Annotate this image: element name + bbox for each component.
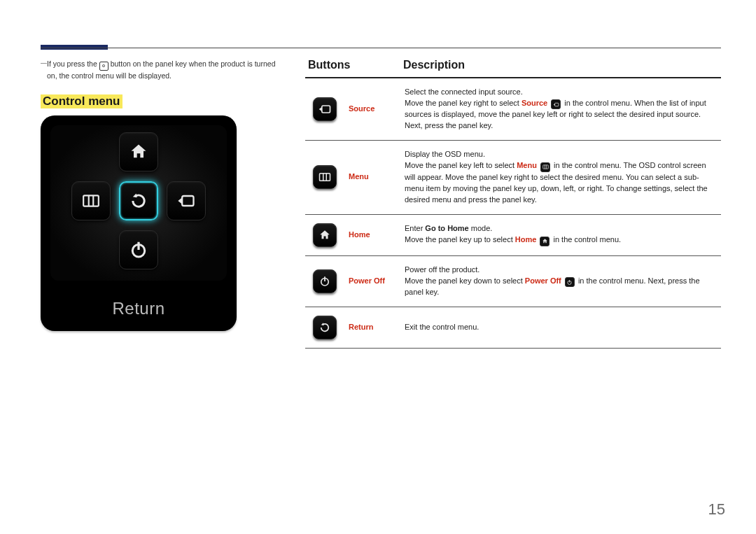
menu-grid-icon	[82, 192, 100, 210]
source-desc-1: Select the connected input source.	[405, 87, 717, 98]
power-icon	[318, 275, 331, 288]
return-label: Return	[349, 323, 373, 331]
source-button-icon	[313, 97, 337, 121]
poweroff-desc-1: Power off the product.	[405, 265, 717, 276]
svg-rect-2	[83, 195, 99, 206]
page-number: 15	[708, 500, 725, 519]
panel-power-button[interactable]	[119, 230, 158, 269]
return-icon	[318, 321, 331, 334]
panel-return-label: Return	[41, 299, 237, 318]
menu-button-icon	[313, 165, 337, 189]
row-home: Home Enter Go to Home mode. Move the pan…	[305, 214, 721, 255]
menu-grid-icon	[318, 171, 331, 183]
home-icon	[129, 142, 148, 162]
poweroff-label: Power Off	[349, 276, 385, 285]
power-icon	[565, 277, 575, 287]
home-icon	[540, 237, 550, 246]
home-desc-2: Move the panel key up to select Home in …	[405, 234, 717, 246]
svg-rect-5	[182, 196, 193, 206]
left-column: If you press the button on the panel key…	[41, 59, 305, 349]
header-rule	[41, 48, 721, 48]
section-title: Control menu	[41, 94, 122, 108]
home-icon	[318, 229, 331, 241]
th-description: Description	[400, 59, 721, 78]
svg-rect-13	[542, 165, 548, 169]
svg-rect-10	[320, 174, 330, 181]
svg-rect-8	[322, 106, 330, 113]
source-icon	[551, 99, 561, 109]
return-button-icon	[313, 316, 337, 339]
control-menu-inner	[50, 125, 227, 281]
power-icon	[128, 239, 149, 260]
menu-grid-icon	[540, 162, 550, 172]
panel-source-button[interactable]	[167, 181, 206, 220]
buttons-table: Buttons Description Source Select the co…	[305, 59, 721, 349]
source-icon	[176, 191, 196, 211]
intro-note: If you press the button on the panel key…	[41, 59, 284, 80]
panel-menu-button[interactable]	[71, 181, 111, 220]
panel-key-icon	[99, 62, 108, 71]
poweroff-button-icon	[313, 269, 337, 293]
row-menu: Menu Display the OSD menu. Move the pane…	[305, 141, 721, 214]
menu-desc-2: Move the panel key left to select Menu i…	[405, 160, 717, 205]
control-menu-panel: Return	[41, 115, 237, 331]
right-column: Buttons Description Source Select the co…	[305, 59, 721, 349]
th-buttons: Buttons	[305, 59, 400, 78]
return-icon	[129, 191, 148, 211]
return-desc-1: Exit the control menu.	[405, 322, 717, 333]
source-desc-2: Move the panel key right to select Sourc…	[405, 98, 717, 132]
poweroff-desc-2: Move the panel key down to select Power …	[405, 276, 717, 298]
menu-label: Menu	[349, 172, 369, 181]
home-label: Home	[349, 230, 370, 239]
menu-desc-1: Display the OSD menu.	[405, 149, 717, 160]
note-text-prefix: If you press the	[47, 59, 99, 68]
row-return: Return Exit the control menu.	[305, 307, 721, 348]
row-source: Source Select the connected input source…	[305, 78, 721, 141]
home-desc-1: Enter Go to Home mode.	[405, 223, 717, 234]
source-icon	[318, 102, 332, 116]
svg-rect-9	[554, 103, 558, 106]
row-poweroff: Power Off Power off the product. Move th…	[305, 255, 721, 307]
svg-point-1	[104, 66, 104, 66]
source-label: Source	[349, 104, 374, 113]
home-button-icon	[313, 223, 337, 247]
panel-return-button[interactable]	[119, 181, 158, 220]
panel-home-button[interactable]	[119, 132, 158, 171]
